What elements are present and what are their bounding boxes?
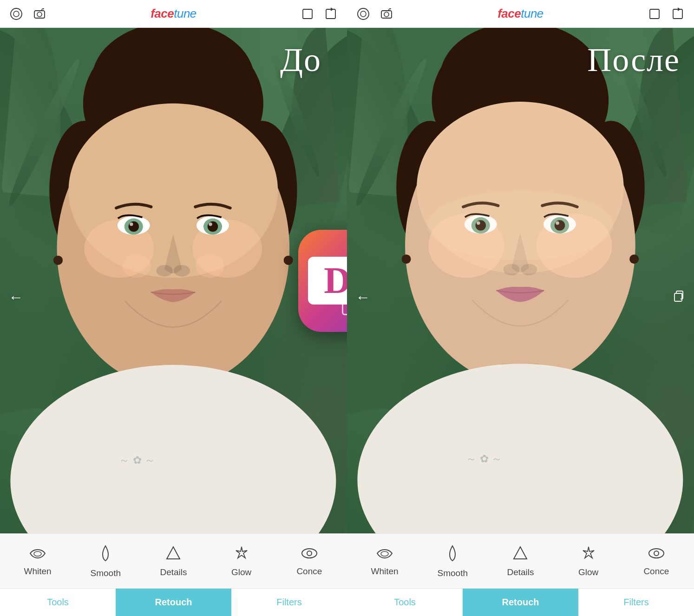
before-label: До — [280, 41, 321, 79]
smooth-label-right: Smooth — [438, 568, 468, 578]
tool-conceal-right[interactable]: Conce — [640, 546, 673, 577]
right-tools-bar: Whiten Smooth Details — [347, 533, 694, 588]
tab-retouch-left[interactable]: Retouch — [116, 588, 231, 616]
svg-point-67 — [381, 551, 388, 556]
tab-tools-right[interactable]: Tools — [347, 588, 463, 616]
svg-rect-40 — [650, 9, 659, 19]
conceal-label-right: Conce — [643, 566, 669, 577]
svg-point-33 — [302, 549, 317, 558]
svg-point-35 — [358, 8, 369, 19]
brand-logo-right: facetune — [498, 6, 543, 21]
svg-point-63 — [402, 254, 411, 264]
svg-point-64 — [629, 254, 639, 264]
svg-point-24 — [174, 265, 190, 277]
svg-rect-66 — [674, 293, 682, 301]
tool-details-left[interactable]: Details — [157, 545, 190, 577]
svg-point-22 — [209, 222, 212, 226]
smooth-icon-right — [445, 544, 460, 565]
right-top-bar-left — [355, 6, 394, 22]
svg-point-23 — [157, 265, 173, 277]
face-svg-left: ～ ✿ ～ — [0, 28, 347, 533]
tool-whiten-right[interactable]: Whiten — [368, 546, 401, 577]
tool-smooth-left[interactable]: Smooth — [89, 544, 122, 578]
face-svg-right: ～ ✿ ～ — [347, 28, 694, 533]
tool-conceal-left[interactable]: Conce — [293, 546, 326, 577]
dn-badge: DN — [298, 230, 347, 332]
tool-details-right[interactable]: Details — [504, 545, 537, 577]
glow-label-left: Glow — [231, 567, 251, 577]
svg-point-61 — [357, 363, 683, 533]
svg-point-3 — [37, 12, 42, 17]
conceal-label-left: Conce — [296, 566, 322, 577]
svg-point-38 — [384, 12, 389, 17]
whiten-label-left: Whiten — [24, 566, 52, 577]
brand-logo-left: facetune — [151, 6, 196, 21]
right-photo-area: ～ ✿ ～ После ← — [347, 28, 694, 533]
details-icon-right — [512, 545, 529, 564]
left-top-bar: facetune — [0, 0, 347, 28]
tool-smooth-right[interactable]: Smooth — [436, 544, 469, 578]
left-phone-panel: facetune — [0, 0, 347, 616]
details-label-right: Details — [507, 567, 534, 577]
svg-point-65 — [427, 190, 614, 260]
share-icon-left[interactable] — [323, 6, 339, 22]
details-label-left: Details — [160, 567, 187, 577]
conceal-icon-left — [300, 546, 319, 564]
svg-point-20 — [208, 221, 218, 232]
right-nav-arrow[interactable]: ← — [355, 289, 370, 306]
svg-point-19 — [128, 221, 139, 232]
glow-icon-right — [580, 545, 597, 564]
share-icon-right[interactable] — [670, 6, 686, 22]
right-top-bar-right — [647, 6, 686, 22]
svg-point-58 — [504, 264, 520, 275]
svg-point-30 — [122, 254, 151, 278]
tab-tools-left[interactable]: Tools — [0, 588, 116, 616]
tool-glow-left[interactable]: Glow — [225, 545, 258, 577]
copy-icon-right[interactable] — [673, 290, 686, 306]
watermark-overlay: DN — [298, 230, 347, 332]
right-phone-panel: facetune — [347, 0, 694, 616]
svg-text:～ ✿ ～: ～ ✿ ～ — [119, 454, 155, 466]
svg-point-21 — [130, 222, 133, 226]
right-top-bar: facetune — [347, 0, 694, 28]
frame-icon-left[interactable] — [300, 6, 315, 22]
left-nav-arrow[interactable]: ← — [8, 289, 23, 306]
tab-retouch-right[interactable]: Retouch — [463, 588, 578, 616]
svg-point-31 — [195, 254, 224, 278]
details-icon-left — [165, 545, 182, 564]
svg-point-32 — [34, 551, 41, 556]
svg-point-59 — [521, 264, 537, 275]
tool-whiten-left[interactable]: Whiten — [21, 546, 54, 577]
svg-point-69 — [654, 551, 659, 556]
svg-point-26 — [10, 365, 336, 533]
svg-rect-5 — [303, 9, 312, 19]
left-tools-bar: Whiten Smooth Details — [0, 533, 347, 588]
smooth-label-left: Smooth — [91, 568, 121, 578]
whiten-icon-right — [375, 546, 394, 564]
camera-plus-icon-left[interactable] — [32, 6, 47, 22]
svg-text:～ ✿ ～: ～ ✿ ～ — [466, 453, 502, 465]
after-label: После — [587, 41, 680, 79]
svg-point-0 — [11, 8, 22, 19]
dn-small-square — [342, 300, 347, 315]
svg-point-36 — [360, 11, 366, 17]
svg-point-1 — [13, 11, 19, 17]
conceal-icon-right — [647, 546, 666, 564]
left-top-bar-right — [300, 6, 339, 22]
portrait-icon-right[interactable] — [355, 6, 371, 22]
glow-icon-left — [233, 545, 250, 564]
frame-icon-right[interactable] — [647, 6, 662, 22]
left-tab-bar: Tools Retouch Filters — [0, 588, 347, 616]
portrait-icon-left[interactable] — [8, 6, 24, 22]
svg-point-28 — [53, 256, 63, 265]
svg-point-34 — [307, 551, 312, 556]
camera-plus-icon-right[interactable] — [379, 6, 394, 22]
glow-label-right: Glow — [578, 567, 598, 577]
tab-filters-left[interactable]: Filters — [231, 588, 347, 616]
svg-point-29 — [284, 256, 293, 265]
tool-glow-right[interactable]: Glow — [572, 545, 605, 577]
left-top-bar-left — [8, 6, 47, 22]
svg-point-68 — [649, 549, 664, 558]
whiten-icon-left — [28, 546, 47, 564]
tab-filters-right[interactable]: Filters — [578, 588, 694, 616]
